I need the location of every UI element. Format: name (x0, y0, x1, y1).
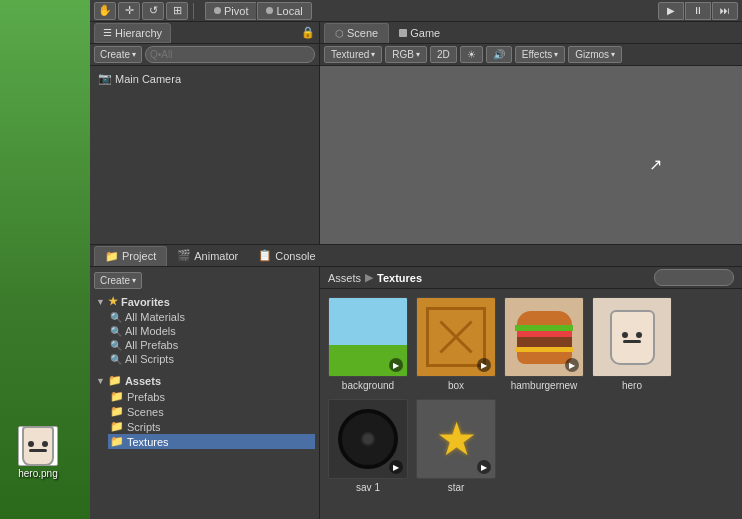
pause-button[interactable]: ⏸ (685, 2, 711, 20)
hierarchy-create-btn[interactable]: Create ▾ (94, 46, 142, 63)
camera-label: Main Camera (115, 73, 181, 85)
project-create-arrow: ▾ (132, 276, 136, 285)
effects-btn[interactable]: Effects ▾ (515, 46, 565, 63)
background-play-btn[interactable]: ▶ (389, 358, 403, 372)
main-toolbar: ✋ ✛ ↺ ⊞ Pivot Local ▶ ⏸ ⏭ (90, 0, 742, 22)
prefabs-folder-icon: 📁 (110, 390, 124, 403)
hierarchy-lock[interactable]: 🔒 (301, 26, 315, 39)
favorites-item-scripts[interactable]: 🔍 All Scripts (108, 352, 315, 366)
star-play-btn[interactable]: ▶ (477, 460, 491, 474)
desktop: hero.png ✋ ✛ ↺ ⊞ Pivot Local ▶ (0, 0, 742, 519)
scripts-label: Scripts (127, 421, 161, 433)
assets-folder-scenes[interactable]: 📁 Scenes (108, 404, 315, 419)
pivot-dot (214, 7, 221, 14)
hero-eye-right (636, 332, 642, 338)
asset-label-saw: sav 1 (356, 482, 380, 493)
assets-label: Assets (125, 375, 161, 387)
tab-animator[interactable]: 🎬 Animator (167, 246, 248, 266)
favorites-prefabs-label: All Prefabs (125, 339, 178, 351)
play-button[interactable]: ▶ (658, 2, 684, 20)
step-button[interactable]: ⏭ (712, 2, 738, 20)
hierarchy-icon: ☰ (103, 27, 112, 38)
sun-icon: ☀ (467, 49, 476, 60)
hierarchy-search[interactable] (145, 46, 315, 63)
camera-icon: 📷 (98, 72, 112, 85)
effects-arrow: ▾ (554, 50, 558, 59)
asset-item-burger[interactable]: ▶ hamburgernew (504, 297, 584, 391)
box-thumb-image (426, 307, 486, 367)
favorites-models-label: All Models (125, 325, 176, 337)
bottom-section: 📁 Project 🎬 Animator 📋 Console (90, 244, 742, 519)
favorites-materials-label: All Materials (125, 311, 185, 323)
favorites-item-models[interactable]: 🔍 All Models (108, 324, 315, 338)
tool-scale[interactable]: ⊞ (166, 2, 188, 20)
sun-btn[interactable]: ☀ (460, 46, 483, 63)
breadcrumb-current[interactable]: Textures (377, 272, 422, 284)
pivot-button[interactable]: Pivot (205, 2, 256, 20)
tab-project[interactable]: 📁 Project (94, 246, 167, 266)
hierarchy-toolbar: Create ▾ (90, 44, 319, 66)
tab-scene[interactable]: ⬡ Scene (324, 23, 389, 43)
scene-tab-bar: ⬡ Scene Game (320, 22, 742, 44)
gizmos-btn[interactable]: Gizmos ▾ (568, 46, 622, 63)
scene-tab-icon: ⬡ (335, 28, 344, 39)
asset-item-saw[interactable]: ▶ sav 1 (328, 399, 408, 493)
burger-play-btn[interactable]: ▶ (565, 358, 579, 372)
hierarchy-create-arrow: ▾ (132, 50, 136, 59)
rgb-label: RGB (392, 49, 414, 60)
breadcrumb-bar: Assets ▶ Textures (320, 267, 742, 289)
tab-game[interactable]: Game (389, 23, 450, 43)
scene-cursor: ↗ (649, 155, 662, 174)
asset-item-hero[interactable]: hero (592, 297, 672, 391)
scene-viewport[interactable]: ↗ (320, 66, 742, 244)
assets-grid: ▶ background ▶ box (320, 289, 742, 519)
asset-thumb-background: ▶ (328, 297, 408, 377)
assets-header[interactable]: ▼ 📁 Assets (94, 372, 315, 389)
scenes-label: Scenes (127, 406, 164, 418)
textures-label: Textures (127, 436, 169, 448)
assets-folder-scripts[interactable]: 📁 Scripts (108, 419, 315, 434)
favorites-children: 🔍 All Materials 🔍 All Models 🔍 All Prefa… (94, 310, 315, 366)
saw-play-btn[interactable]: ▶ (389, 460, 403, 474)
desktop-icon-image (18, 426, 58, 466)
local-button[interactable]: Local (257, 2, 311, 20)
desktop-icon-hero[interactable]: hero.png (8, 426, 68, 479)
tool-rotate[interactable]: ↺ (142, 2, 164, 20)
asset-item-box[interactable]: ▶ box (416, 297, 496, 391)
rgb-btn[interactable]: RGB ▾ (385, 46, 427, 63)
project-create-btn[interactable]: Create ▾ (94, 272, 142, 289)
asset-item-background[interactable]: ▶ background (328, 297, 408, 391)
audio-icon: 🔊 (493, 49, 505, 60)
search-icon-small-2: 🔍 (110, 326, 122, 337)
hierarchy-tab-label: Hierarchy (115, 27, 162, 39)
prefabs-label: Prefabs (127, 391, 165, 403)
hero-face (610, 310, 655, 365)
audio-btn[interactable]: 🔊 (486, 46, 512, 63)
hierarchy-item-camera[interactable]: 📷 Main Camera (94, 70, 315, 87)
tool-hand[interactable]: ✋ (94, 2, 116, 20)
asset-item-star[interactable]: ★ ▶ star (416, 399, 496, 493)
box-play-btn[interactable]: ▶ (477, 358, 491, 372)
tab-console[interactable]: 📋 Console (248, 246, 325, 266)
assets-folder-textures[interactable]: 📁 Textures (108, 434, 315, 449)
tool-move[interactable]: ✛ (118, 2, 140, 20)
box-x-lines (434, 315, 478, 359)
scene-panel: ⬡ Scene Game Textured ▾ RGB (320, 22, 742, 244)
assets-folder-prefabs[interactable]: 📁 Prefabs (108, 389, 315, 404)
favorites-item-prefabs[interactable]: 🔍 All Prefabs (108, 338, 315, 352)
search-icon-small-3: 🔍 (110, 340, 122, 351)
textured-btn[interactable]: Textured ▾ (324, 46, 382, 63)
project-sidebar: Create ▾ ▼ ★ Favorites 🔍 (90, 267, 320, 519)
favorites-item-materials[interactable]: 🔍 All Materials (108, 310, 315, 324)
animator-tab-icon: 🎬 (177, 249, 191, 262)
favorites-header[interactable]: ▼ ★ Favorites (94, 293, 315, 310)
2d-btn[interactable]: 2D (430, 46, 457, 63)
textured-arrow: ▾ (371, 50, 375, 59)
console-tab-icon: 📋 (258, 249, 272, 262)
burger-top (517, 311, 572, 325)
pivot-local-group: Pivot Local (205, 2, 312, 20)
breadcrumb-root[interactable]: Assets (328, 272, 361, 284)
asset-label-hero: hero (622, 380, 642, 391)
project-search[interactable] (654, 269, 734, 286)
hierarchy-tab[interactable]: ☰ Hierarchy (94, 23, 171, 43)
